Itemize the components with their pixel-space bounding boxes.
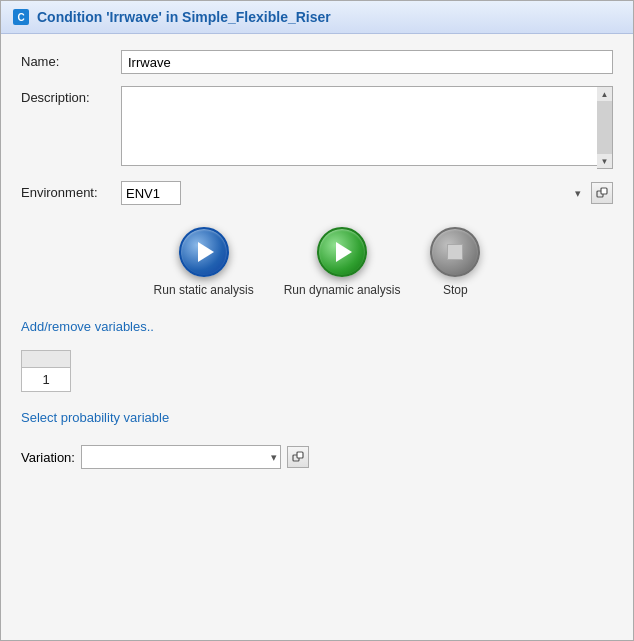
title-bar: C Condition 'Irrwave' in Simple_Flexible… [1, 1, 633, 34]
form-content: Name: Description: ▲ ▼ Environment: [1, 34, 633, 640]
environment-label: Environment: [21, 181, 111, 200]
stop-circle [430, 227, 480, 277]
table-header [22, 351, 70, 368]
environment-select[interactable]: ENV1 ENV2 ENV3 [121, 181, 181, 205]
variation-link-icon [292, 451, 304, 463]
variables-table-wrapper: 1 [21, 350, 613, 392]
run-dynamic-label: Run dynamic analysis [284, 283, 401, 297]
description-row: Description: ▲ ▼ [21, 86, 613, 169]
description-container: ▲ ▼ [121, 86, 613, 169]
stop-button[interactable]: Stop [430, 227, 480, 297]
stop-icon [447, 244, 463, 260]
variation-select[interactable] [81, 445, 281, 469]
description-label: Description: [21, 86, 111, 105]
variation-icon-button[interactable] [287, 446, 309, 468]
description-scrollbar: ▲ ▼ [597, 86, 613, 169]
run-static-label: Run static analysis [154, 283, 254, 297]
variation-label: Variation: [21, 450, 75, 465]
run-static-button[interactable]: Run static analysis [154, 227, 254, 297]
variation-select-wrapper [81, 445, 281, 469]
stop-label: Stop [443, 283, 468, 297]
name-label: Name: [21, 50, 111, 69]
window-icon: C [13, 9, 29, 25]
add-remove-row: Add/remove variables.. [21, 319, 613, 334]
actions-row: Run static analysis Run dynamic analysis… [21, 217, 613, 307]
svg-rect-1 [601, 188, 607, 194]
environment-select-wrapper: ENV1 ENV2 ENV3 [121, 181, 585, 205]
run-static-circle [179, 227, 229, 277]
run-dynamic-button[interactable]: Run dynamic analysis [284, 227, 401, 297]
select-probability-link[interactable]: Select probability variable [21, 410, 169, 425]
run-dynamic-circle [317, 227, 367, 277]
link-icon [596, 187, 608, 199]
environment-controls: ENV1 ENV2 ENV3 [121, 181, 613, 205]
name-input[interactable] [121, 50, 613, 74]
name-field-wrapper [121, 50, 613, 74]
name-row: Name: [21, 50, 613, 74]
play-dynamic-icon [336, 242, 352, 262]
variables-table: 1 [21, 350, 71, 392]
description-input[interactable] [121, 86, 613, 166]
environment-row: Environment: ENV1 ENV2 ENV3 [21, 181, 613, 205]
window-title: Condition 'Irrwave' in Simple_Flexible_R… [37, 9, 331, 25]
scroll-up-arrow[interactable]: ▲ [598, 87, 612, 101]
variation-row: Variation: [21, 445, 613, 469]
svg-rect-3 [297, 452, 303, 458]
table-cell-1: 1 [22, 368, 70, 391]
scroll-track [597, 101, 612, 154]
select-prob-row: Select probability variable [21, 410, 613, 425]
play-static-icon [198, 242, 214, 262]
environment-icon-button[interactable] [591, 182, 613, 204]
add-remove-link[interactable]: Add/remove variables.. [21, 319, 154, 334]
scroll-down-arrow[interactable]: ▼ [598, 154, 612, 168]
main-window: C Condition 'Irrwave' in Simple_Flexible… [0, 0, 634, 641]
